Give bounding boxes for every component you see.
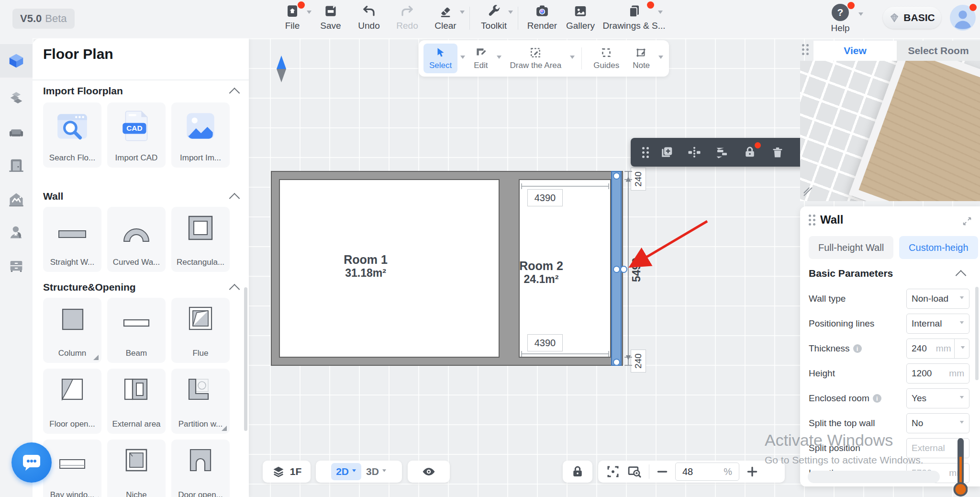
rail-floorplan-button[interactable] — [0, 44, 33, 78]
rail-models-button[interactable] — [0, 80, 33, 114]
chevron-down-icon[interactable] — [658, 11, 663, 16]
card-import-image[interactable]: Import Im... — [171, 102, 230, 168]
height-input[interactable]: 1200 mm — [906, 363, 969, 384]
flip-wall-icon[interactable] — [708, 145, 736, 159]
expand-panel-icon[interactable] — [962, 216, 972, 228]
mode-2d-button[interactable]: 2D — [331, 463, 361, 480]
card-search-floorplan[interactable]: Search Flo... — [43, 102, 101, 168]
guides-tool-button[interactable]: Guides — [588, 44, 625, 73]
card-column[interactable]: Column — [43, 298, 101, 363]
toolbar-drag-handle-icon[interactable] — [638, 147, 653, 158]
panel-horizontal-scrollbar[interactable] — [808, 471, 940, 483]
chevron-down-icon[interactable] — [858, 12, 863, 18]
chevron-down-icon[interactable] — [658, 56, 663, 61]
toolkit-button[interactable]: Toolkit — [477, 4, 511, 31]
clear-button[interactable]: Clear — [428, 4, 463, 31]
dim-height-total[interactable]: 5490 — [629, 253, 645, 286]
rail-ai-design-button[interactable] — [0, 183, 33, 216]
gallery-button[interactable]: Gallery — [563, 4, 598, 31]
split-top-wall-select[interactable]: No — [906, 413, 969, 433]
3d-preview-viewport[interactable] — [800, 61, 980, 201]
mode-3d-button[interactable]: 3D — [366, 466, 387, 477]
chevron-down-icon[interactable] — [460, 56, 465, 61]
notification-dot — [298, 1, 305, 9]
zoom-in-button[interactable] — [746, 465, 758, 478]
info-icon[interactable]: i — [873, 394, 881, 403]
chevron-down-icon[interactable] — [460, 11, 465, 16]
rail-doors-windows-button[interactable] — [0, 148, 33, 182]
info-icon[interactable]: i — [853, 344, 862, 353]
card-beam[interactable]: Beam — [107, 298, 166, 363]
preview-resize-handle[interactable] — [803, 187, 815, 201]
card-partition-wall[interactable]: Partition w... — [171, 369, 230, 434]
floor-selector-button[interactable]: 1F — [263, 461, 311, 483]
zoom-level-input[interactable]: 48% — [675, 463, 739, 481]
card-bay-window[interactable]: Bay windo... — [43, 440, 101, 497]
card-curved-wall[interactable]: Curved Wa... — [107, 207, 166, 272]
canvas-lock-button[interactable] — [563, 461, 592, 483]
plan-badge-button[interactable]: BASIC — [883, 7, 941, 29]
dim-wall-bottom[interactable]: 240 — [631, 350, 646, 373]
wall-handle-bottom[interactable] — [613, 359, 620, 366]
collapse-chevron-icon[interactable] — [956, 270, 967, 281]
wall-handle-middle-outer[interactable] — [620, 266, 627, 273]
rail-storage-button[interactable] — [0, 249, 33, 282]
chevron-down-icon[interactable] — [307, 11, 312, 16]
save-button[interactable]: Save — [313, 4, 348, 31]
dim-width-top[interactable]: 4390 — [527, 189, 563, 206]
enclosed-room-select[interactable]: Yes — [906, 388, 969, 408]
rail-furniture-button[interactable] — [0, 116, 33, 149]
card-door-opening[interactable]: Door open... — [171, 440, 230, 497]
render-button[interactable]: Render — [525, 4, 559, 31]
card-rectangular-wall[interactable]: Rectangula... — [171, 207, 230, 272]
wall-handle-middle[interactable] — [613, 266, 620, 273]
lock-icon[interactable] — [736, 146, 764, 159]
tab-view[interactable]: View — [813, 41, 897, 61]
fit-view-button[interactable] — [606, 464, 620, 479]
card-straight-wall[interactable]: Straight W... — [43, 207, 101, 272]
card-external-area[interactable]: External area — [107, 369, 166, 434]
collapse-chevron-icon[interactable] — [229, 193, 240, 204]
draw-area-tool-button[interactable]: Draw the Area — [504, 44, 568, 73]
thickness-input[interactable]: 240 mm — [906, 339, 969, 359]
preview-drag-handle-icon[interactable] — [802, 44, 809, 55]
wall-handle-top[interactable] — [613, 172, 620, 180]
card-floor-opening[interactable]: Floor open... — [43, 369, 101, 434]
undo-button[interactable]: Undo — [352, 4, 386, 31]
tab-custom-height-wall[interactable]: Custom-heigh — [899, 236, 978, 259]
card-flue[interactable]: Flue — [171, 298, 230, 363]
chevron-down-icon[interactable] — [570, 56, 575, 61]
redo-button[interactable]: Redo — [390, 4, 424, 31]
wall-type-select[interactable]: Non-load — [906, 289, 969, 309]
drawings-button[interactable]: Drawings & S... — [601, 4, 667, 31]
edit-tool-button[interactable]: Edit — [468, 44, 493, 73]
user-avatar[interactable] — [950, 5, 976, 31]
chevron-down-icon[interactable] — [508, 11, 513, 16]
rail-account-button[interactable] — [0, 215, 33, 249]
chat-support-button[interactable] — [11, 442, 52, 483]
dim-width-bottom[interactable]: 4390 — [527, 334, 563, 351]
card-import-cad[interactable]: CAD Import CAD — [107, 102, 166, 168]
dim-wall-top[interactable]: 240 — [631, 168, 646, 191]
tab-select-room[interactable]: Select Room — [897, 41, 980, 61]
note-tool-button[interactable]: Note — [627, 44, 656, 73]
panel-scrollbar[interactable] — [244, 287, 247, 431]
split-wall-icon[interactable] — [680, 145, 708, 159]
zoom-out-button[interactable] — [656, 465, 668, 478]
file-button[interactable]: File — [275, 4, 310, 31]
divider — [649, 464, 649, 479]
card-niche[interactable]: Niche — [107, 440, 166, 497]
duplicate-icon[interactable] — [653, 145, 680, 159]
collapse-chevron-icon[interactable] — [229, 88, 240, 99]
panel-drag-handle-icon[interactable] — [809, 215, 815, 226]
tab-full-height-wall[interactable]: Full-height Wall — [809, 236, 893, 259]
panel-scrollbar[interactable] — [975, 287, 979, 380]
zoom-to-area-button[interactable] — [627, 464, 642, 479]
chevron-down-icon[interactable] — [497, 56, 501, 61]
collapse-chevron-icon[interactable] — [229, 284, 240, 295]
help-button[interactable]: ? Help — [822, 4, 858, 34]
visibility-button[interactable] — [408, 461, 450, 483]
delete-icon[interactable] — [764, 146, 791, 159]
select-tool-button[interactable]: Select — [423, 44, 457, 73]
positioning-lines-select[interactable]: Internal — [906, 314, 969, 334]
